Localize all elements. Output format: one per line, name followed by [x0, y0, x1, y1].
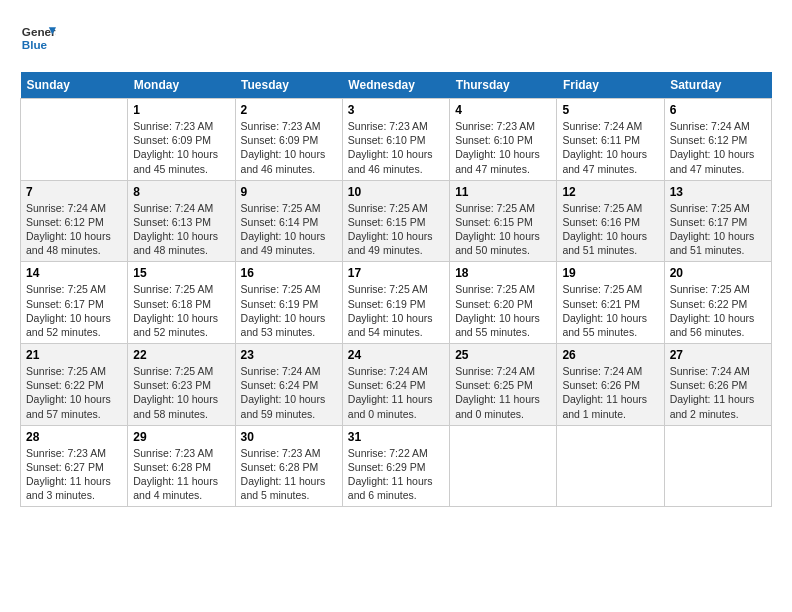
calendar-cell: 15Sunrise: 7:25 AMSunset: 6:18 PMDayligh… — [128, 262, 235, 344]
day-number: 11 — [455, 185, 551, 199]
day-detail: Sunrise: 7:25 AMSunset: 6:17 PMDaylight:… — [26, 282, 122, 339]
calendar-cell: 14Sunrise: 7:25 AMSunset: 6:17 PMDayligh… — [21, 262, 128, 344]
col-header-friday: Friday — [557, 72, 664, 99]
calendar-cell: 10Sunrise: 7:25 AMSunset: 6:15 PMDayligh… — [342, 180, 449, 262]
day-detail: Sunrise: 7:25 AMSunset: 6:15 PMDaylight:… — [455, 201, 551, 258]
calendar-cell: 27Sunrise: 7:24 AMSunset: 6:26 PMDayligh… — [664, 344, 771, 426]
day-detail: Sunrise: 7:24 AMSunset: 6:24 PMDaylight:… — [348, 364, 444, 421]
calendar-cell: 12Sunrise: 7:25 AMSunset: 6:16 PMDayligh… — [557, 180, 664, 262]
day-detail: Sunrise: 7:25 AMSunset: 6:19 PMDaylight:… — [241, 282, 337, 339]
day-number: 23 — [241, 348, 337, 362]
day-number: 22 — [133, 348, 229, 362]
day-detail: Sunrise: 7:24 AMSunset: 6:13 PMDaylight:… — [133, 201, 229, 258]
col-header-wednesday: Wednesday — [342, 72, 449, 99]
day-number: 4 — [455, 103, 551, 117]
day-number: 17 — [348, 266, 444, 280]
day-detail: Sunrise: 7:24 AMSunset: 6:25 PMDaylight:… — [455, 364, 551, 421]
day-number: 20 — [670, 266, 766, 280]
calendar-cell: 4Sunrise: 7:23 AMSunset: 6:10 PMDaylight… — [450, 99, 557, 181]
calendar-cell: 8Sunrise: 7:24 AMSunset: 6:13 PMDaylight… — [128, 180, 235, 262]
col-header-saturday: Saturday — [664, 72, 771, 99]
day-number: 27 — [670, 348, 766, 362]
logo-icon: General Blue — [20, 20, 56, 56]
day-number: 3 — [348, 103, 444, 117]
calendar-cell: 31Sunrise: 7:22 AMSunset: 6:29 PMDayligh… — [342, 425, 449, 507]
day-number: 28 — [26, 430, 122, 444]
calendar-cell — [21, 99, 128, 181]
day-detail: Sunrise: 7:24 AMSunset: 6:12 PMDaylight:… — [26, 201, 122, 258]
calendar-cell: 11Sunrise: 7:25 AMSunset: 6:15 PMDayligh… — [450, 180, 557, 262]
day-detail: Sunrise: 7:23 AMSunset: 6:28 PMDaylight:… — [133, 446, 229, 503]
day-detail: Sunrise: 7:25 AMSunset: 6:20 PMDaylight:… — [455, 282, 551, 339]
day-detail: Sunrise: 7:25 AMSunset: 6:15 PMDaylight:… — [348, 201, 444, 258]
day-number: 12 — [562, 185, 658, 199]
calendar-cell: 1Sunrise: 7:23 AMSunset: 6:09 PMDaylight… — [128, 99, 235, 181]
day-number: 31 — [348, 430, 444, 444]
day-number: 29 — [133, 430, 229, 444]
calendar-cell: 13Sunrise: 7:25 AMSunset: 6:17 PMDayligh… — [664, 180, 771, 262]
day-number: 14 — [26, 266, 122, 280]
day-number: 21 — [26, 348, 122, 362]
day-number: 9 — [241, 185, 337, 199]
calendar-cell: 24Sunrise: 7:24 AMSunset: 6:24 PMDayligh… — [342, 344, 449, 426]
day-detail: Sunrise: 7:25 AMSunset: 6:23 PMDaylight:… — [133, 364, 229, 421]
day-detail: Sunrise: 7:25 AMSunset: 6:19 PMDaylight:… — [348, 282, 444, 339]
day-number: 24 — [348, 348, 444, 362]
calendar-cell: 16Sunrise: 7:25 AMSunset: 6:19 PMDayligh… — [235, 262, 342, 344]
calendar-cell: 3Sunrise: 7:23 AMSunset: 6:10 PMDaylight… — [342, 99, 449, 181]
col-header-sunday: Sunday — [21, 72, 128, 99]
calendar-cell: 17Sunrise: 7:25 AMSunset: 6:19 PMDayligh… — [342, 262, 449, 344]
day-detail: Sunrise: 7:23 AMSunset: 6:10 PMDaylight:… — [455, 119, 551, 176]
day-detail: Sunrise: 7:24 AMSunset: 6:12 PMDaylight:… — [670, 119, 766, 176]
col-header-monday: Monday — [128, 72, 235, 99]
calendar-cell: 6Sunrise: 7:24 AMSunset: 6:12 PMDaylight… — [664, 99, 771, 181]
day-number: 26 — [562, 348, 658, 362]
calendar-cell: 26Sunrise: 7:24 AMSunset: 6:26 PMDayligh… — [557, 344, 664, 426]
day-detail: Sunrise: 7:23 AMSunset: 6:09 PMDaylight:… — [241, 119, 337, 176]
calendar-cell: 2Sunrise: 7:23 AMSunset: 6:09 PMDaylight… — [235, 99, 342, 181]
day-number: 7 — [26, 185, 122, 199]
calendar-cell: 9Sunrise: 7:25 AMSunset: 6:14 PMDaylight… — [235, 180, 342, 262]
calendar-cell: 20Sunrise: 7:25 AMSunset: 6:22 PMDayligh… — [664, 262, 771, 344]
calendar-cell: 29Sunrise: 7:23 AMSunset: 6:28 PMDayligh… — [128, 425, 235, 507]
day-number: 5 — [562, 103, 658, 117]
day-number: 8 — [133, 185, 229, 199]
svg-text:Blue: Blue — [22, 38, 48, 51]
day-detail: Sunrise: 7:25 AMSunset: 6:22 PMDaylight:… — [26, 364, 122, 421]
day-detail: Sunrise: 7:25 AMSunset: 6:16 PMDaylight:… — [562, 201, 658, 258]
day-number: 13 — [670, 185, 766, 199]
calendar-cell — [664, 425, 771, 507]
calendar-cell: 23Sunrise: 7:24 AMSunset: 6:24 PMDayligh… — [235, 344, 342, 426]
calendar-cell: 30Sunrise: 7:23 AMSunset: 6:28 PMDayligh… — [235, 425, 342, 507]
day-detail: Sunrise: 7:23 AMSunset: 6:27 PMDaylight:… — [26, 446, 122, 503]
day-detail: Sunrise: 7:25 AMSunset: 6:22 PMDaylight:… — [670, 282, 766, 339]
day-detail: Sunrise: 7:24 AMSunset: 6:26 PMDaylight:… — [562, 364, 658, 421]
logo: General Blue — [20, 20, 64, 56]
calendar-cell: 18Sunrise: 7:25 AMSunset: 6:20 PMDayligh… — [450, 262, 557, 344]
day-detail: Sunrise: 7:24 AMSunset: 6:24 PMDaylight:… — [241, 364, 337, 421]
day-detail: Sunrise: 7:25 AMSunset: 6:18 PMDaylight:… — [133, 282, 229, 339]
calendar-table: SundayMondayTuesdayWednesdayThursdayFrid… — [20, 72, 772, 507]
day-number: 18 — [455, 266, 551, 280]
calendar-cell: 19Sunrise: 7:25 AMSunset: 6:21 PMDayligh… — [557, 262, 664, 344]
day-detail: Sunrise: 7:23 AMSunset: 6:09 PMDaylight:… — [133, 119, 229, 176]
day-detail: Sunrise: 7:24 AMSunset: 6:26 PMDaylight:… — [670, 364, 766, 421]
calendar-cell: 25Sunrise: 7:24 AMSunset: 6:25 PMDayligh… — [450, 344, 557, 426]
col-header-tuesday: Tuesday — [235, 72, 342, 99]
day-detail: Sunrise: 7:25 AMSunset: 6:17 PMDaylight:… — [670, 201, 766, 258]
day-number: 30 — [241, 430, 337, 444]
day-number: 6 — [670, 103, 766, 117]
day-number: 19 — [562, 266, 658, 280]
calendar-cell — [557, 425, 664, 507]
day-number: 25 — [455, 348, 551, 362]
day-detail: Sunrise: 7:23 AMSunset: 6:10 PMDaylight:… — [348, 119, 444, 176]
day-detail: Sunrise: 7:24 AMSunset: 6:11 PMDaylight:… — [562, 119, 658, 176]
day-number: 1 — [133, 103, 229, 117]
calendar-cell — [450, 425, 557, 507]
day-number: 10 — [348, 185, 444, 199]
calendar-cell: 22Sunrise: 7:25 AMSunset: 6:23 PMDayligh… — [128, 344, 235, 426]
page-header: General Blue — [20, 20, 772, 56]
calendar-cell: 28Sunrise: 7:23 AMSunset: 6:27 PMDayligh… — [21, 425, 128, 507]
calendar-cell: 21Sunrise: 7:25 AMSunset: 6:22 PMDayligh… — [21, 344, 128, 426]
day-number: 2 — [241, 103, 337, 117]
